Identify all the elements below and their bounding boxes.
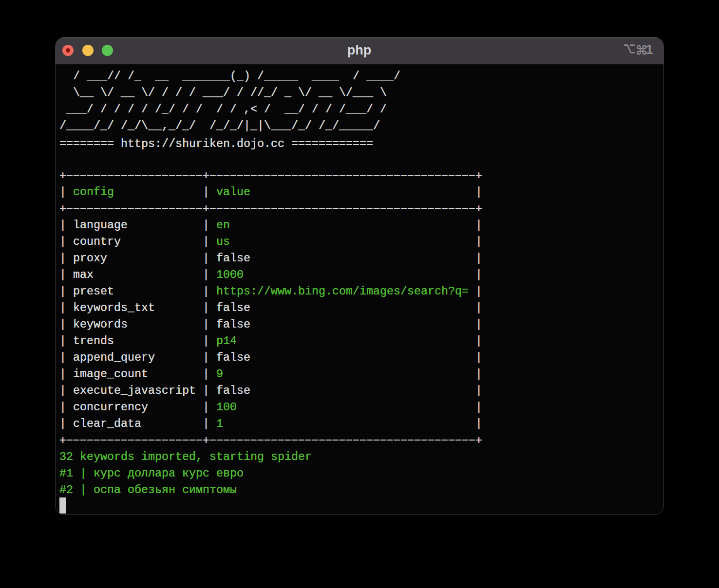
svg-text:1: 1 xyxy=(645,44,653,57)
